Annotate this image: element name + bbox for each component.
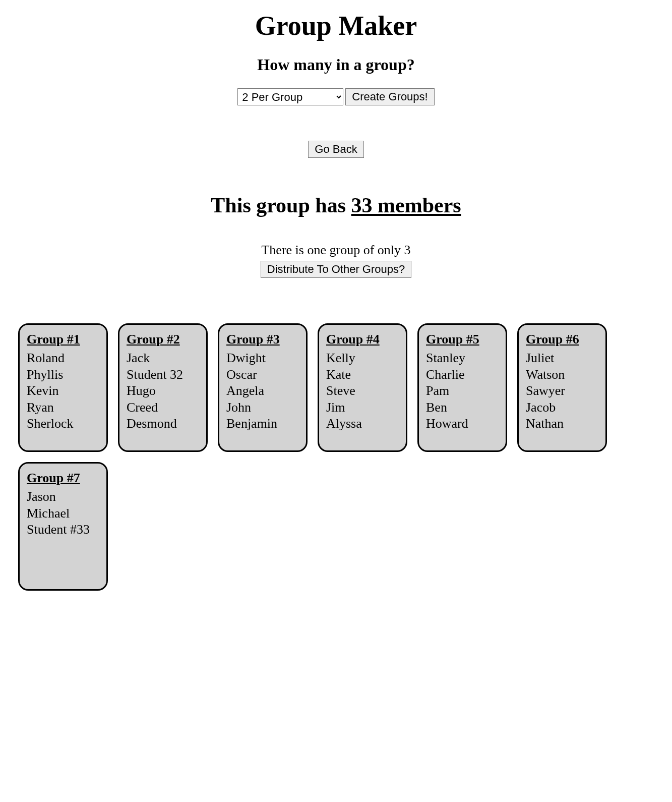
group-heading: Group #3 (226, 332, 299, 347)
member-name: Dwight (226, 350, 299, 367)
member-name: Kate (326, 367, 399, 383)
member-name: Kevin (27, 383, 99, 399)
remainder-notice: There is one group of only 3 (15, 243, 657, 258)
group-heading: Group #1 (27, 332, 99, 347)
member-name: Michael (27, 505, 99, 522)
member-name: Steve (326, 383, 399, 399)
group-card: Group #1RolandPhyllisKevinRyanSherlock (18, 323, 108, 452)
group-heading: Group #2 (127, 332, 199, 347)
distribute-row: Distribute To Other Groups? (15, 261, 657, 278)
member-name: Ben (426, 399, 499, 416)
group-heading: Group #6 (526, 332, 598, 347)
member-name: John (226, 399, 299, 416)
member-name: Hugo (127, 383, 199, 399)
member-count-value: 33 members (351, 194, 461, 217)
member-count-prefix: This group has (211, 194, 351, 217)
member-name: Angela (226, 383, 299, 399)
member-name: Jack (127, 350, 199, 367)
member-name: Charlie (426, 367, 499, 383)
member-name: Jacob (526, 399, 598, 416)
group-heading: Group #4 (326, 332, 399, 347)
member-name: Phyllis (27, 367, 99, 383)
group-heading: Group #5 (426, 332, 499, 347)
group-card: Group #6JulietWatsonSawyerJacobNathan (517, 323, 607, 452)
create-groups-button[interactable]: Create Groups! (345, 88, 434, 105)
member-name: Jim (326, 399, 399, 416)
member-name: Watson (526, 367, 598, 383)
group-card: Group #2JackStudent 32HugoCreedDesmond (118, 323, 208, 452)
member-name: Stanley (426, 350, 499, 367)
group-card: Group #4KellyKateSteveJimAlyssa (318, 323, 407, 452)
member-name: Sherlock (27, 416, 99, 432)
member-name: Kelly (326, 350, 399, 367)
member-count-heading: This group has 33 members (15, 193, 657, 217)
group-card: Group #3DwightOscarAngelaJohnBenjamin (218, 323, 308, 452)
member-name: Desmond (127, 416, 199, 432)
member-name: Jason (27, 489, 99, 505)
member-name: Pam (426, 383, 499, 399)
member-name: Creed (127, 399, 199, 416)
member-name: Student #33 (27, 522, 99, 538)
group-size-prompt: How many in a group? (15, 55, 657, 74)
member-name: Roland (27, 350, 99, 367)
group-size-select[interactable]: 2 Per Group3 Per Group4 Per Group5 Per G… (237, 88, 343, 105)
member-name: Benjamin (226, 416, 299, 432)
controls-row: 2 Per Group3 Per Group4 Per Group5 Per G… (15, 88, 657, 105)
groups-container: Group #1RolandPhyllisKevinRyanSherlockGr… (15, 323, 657, 591)
goback-row: Go Back (15, 141, 657, 158)
group-heading: Group #7 (27, 471, 99, 486)
member-name: Nathan (526, 416, 598, 432)
member-name: Student 32 (127, 367, 199, 383)
member-name: Ryan (27, 399, 99, 416)
member-name: Howard (426, 416, 499, 432)
member-name: Alyssa (326, 416, 399, 432)
group-card: Group #7JasonMichaelStudent #33 (18, 462, 108, 591)
member-name: Sawyer (526, 383, 598, 399)
page-title: Group Maker (15, 10, 657, 41)
member-name: Juliet (526, 350, 598, 367)
distribute-button[interactable]: Distribute To Other Groups? (261, 261, 412, 278)
go-back-button[interactable]: Go Back (308, 141, 363, 158)
member-name: Oscar (226, 367, 299, 383)
group-card: Group #5StanleyCharliePamBenHoward (417, 323, 507, 452)
